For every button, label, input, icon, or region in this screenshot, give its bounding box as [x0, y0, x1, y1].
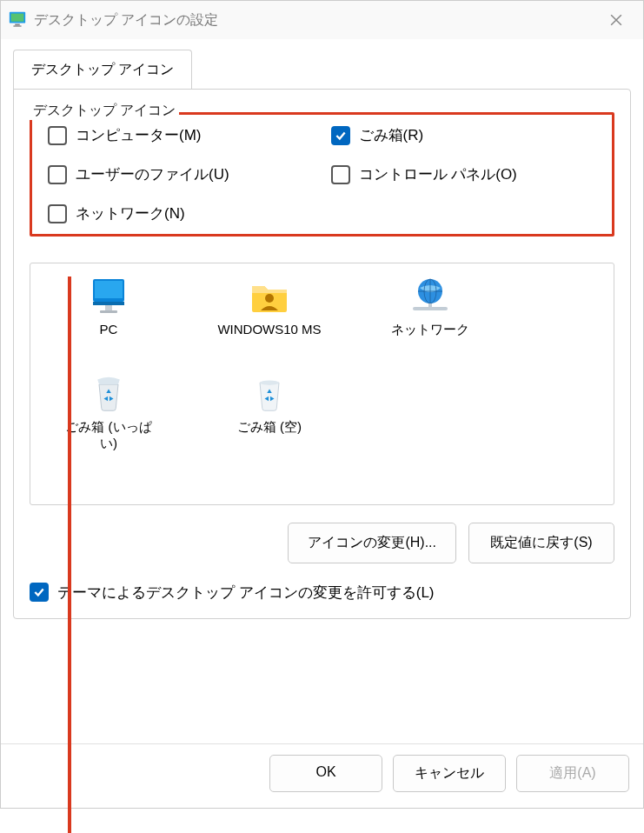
- checkbox-computer[interactable]: コンピューター(M): [48, 125, 314, 145]
- ok-button[interactable]: OK: [269, 755, 382, 792]
- tab-desktop-icons[interactable]: デスクトップ アイコン: [13, 50, 192, 90]
- dialog-window: デスクトップ アイコンの設定 デスクトップ アイコン デスクトップ アイコン コ…: [0, 0, 644, 809]
- checkbox-allow-theme[interactable]: テーマによるデスクトップ アイコンの変更を許可する(L): [30, 583, 614, 603]
- checkbox-network[interactable]: ネットワーク(N): [48, 203, 314, 223]
- checkbox-label: ユーザーのファイル(U): [76, 164, 229, 184]
- icon-label: ネットワーク: [391, 321, 469, 338]
- svg-rect-3: [13, 25, 21, 26]
- icon-label: ごみ箱 (いっぱい): [65, 418, 152, 452]
- svg-point-14: [260, 380, 279, 385]
- checkbox-box: [331, 165, 350, 184]
- icon-item-bin-empty[interactable]: ごみ箱 (空): [204, 373, 335, 452]
- window-title: デスクトップ アイコンの設定: [34, 11, 218, 30]
- icon-item-bin-full[interactable]: ごみ箱 (いっぱい): [65, 373, 152, 452]
- icon-preview-list: PC WINDOWS10 MS: [30, 263, 614, 505]
- svg-rect-13: [428, 303, 432, 309]
- checkbox-label: ごみ箱(R): [359, 125, 424, 145]
- highlight-box: コンピューター(M) ごみ箱(R) ユーザーのファイル(U): [30, 112, 614, 237]
- network-icon: [409, 276, 451, 317]
- tab-panel: デスクトップ アイコン コンピューター(M) ごみ箱(R): [13, 89, 631, 619]
- checkbox-box: [48, 165, 67, 184]
- svg-rect-2: [15, 23, 20, 25]
- pc-icon: [88, 276, 129, 317]
- checkbox-label: コンピューター(M): [76, 125, 201, 145]
- apply-button[interactable]: 適用(A): [516, 755, 629, 792]
- checkbox-box: [331, 126, 350, 145]
- checkbox-box: [48, 204, 67, 223]
- icon-label: WINDOWS10 MS: [217, 321, 321, 338]
- icon-item-pc[interactable]: PC: [65, 276, 152, 338]
- checkbox-recycle-bin[interactable]: ごみ箱(R): [331, 125, 597, 145]
- svg-rect-1: [11, 13, 24, 21]
- icon-label: PC: [100, 321, 118, 338]
- tabstrip: デスクトップ アイコン: [1, 39, 643, 90]
- recycle-bin-full-icon: [88, 373, 129, 415]
- checkbox-box: [48, 126, 67, 145]
- annotation-callout-line: [68, 277, 71, 833]
- dialog-button-row: OK キャンセル 適用(A): [1, 743, 643, 808]
- user-folder-icon: [249, 276, 290, 317]
- checkbox-control-panel[interactable]: コントロール パネル(O): [331, 164, 597, 184]
- checkbox-label: テーマによるデスクトップ アイコンの変更を許可する(L): [57, 583, 435, 603]
- svg-rect-5: [95, 281, 123, 298]
- icon-item-network[interactable]: ネットワーク: [387, 276, 474, 338]
- checkbox-label: コントロール パネル(O): [359, 164, 517, 184]
- close-button[interactable]: [596, 6, 636, 34]
- svg-rect-6: [93, 302, 124, 305]
- icon-item-user-folder[interactable]: WINDOWS10 MS: [204, 276, 335, 338]
- recycle-bin-empty-icon: [249, 373, 290, 415]
- restore-defaults-button[interactable]: 既定値に戻す(S): [468, 523, 614, 563]
- app-icon: [8, 10, 27, 31]
- cancel-button[interactable]: キャンセル: [393, 755, 506, 792]
- svg-rect-8: [100, 310, 117, 313]
- titlebar: デスクトップ アイコンの設定: [1, 1, 643, 39]
- group-label: デスクトップ アイコン: [30, 102, 179, 120]
- checkbox-label: ネットワーク(N): [76, 203, 185, 223]
- change-icon-button[interactable]: アイコンの変更(H)...: [288, 523, 456, 563]
- checkbox-box: [30, 583, 49, 602]
- svg-rect-7: [105, 305, 112, 310]
- group-desktop-icons: デスクトップ アイコン コンピューター(M) ごみ箱(R): [30, 112, 614, 563]
- svg-point-9: [265, 294, 274, 303]
- icon-label: ごみ箱 (空): [237, 418, 302, 436]
- checkbox-user-files[interactable]: ユーザーのファイル(U): [48, 164, 314, 184]
